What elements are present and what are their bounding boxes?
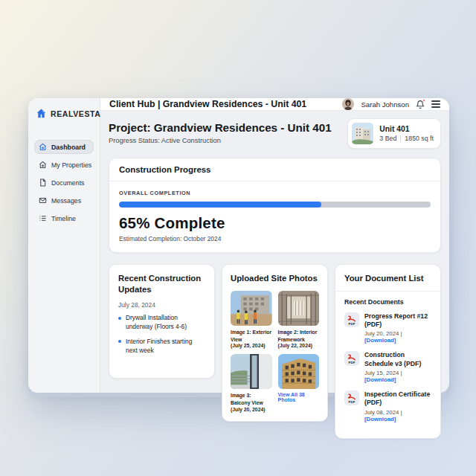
divider: | [401, 409, 402, 416]
svg-text:PDF: PDF [349, 321, 356, 325]
photo-date: (July 22, 2024) [278, 343, 320, 348]
photo-grid: Image 1: Exterior View (July 25, 2024) I… [231, 291, 319, 412]
pdf-icon: PDF [344, 390, 359, 405]
document-name: Progress Report #12 (PDF) [364, 312, 431, 329]
document-row: PDF Construction Schedule v3 (PDF) July … [344, 351, 431, 383]
unit-meta: 3 Bed 1850 sq ft [379, 135, 434, 142]
main-area: Client Hub | Grandview Residences - Unit… [100, 98, 449, 393]
card-title: Uploaded Site Photos [231, 273, 319, 284]
unit-beds: 3 Bed [379, 135, 396, 142]
bullet-icon [118, 317, 121, 320]
exterior-construction-workers-photo[interactable] [231, 291, 272, 326]
progress-percent: 65% Complete [119, 214, 431, 232]
update-item: Interior Finishes starting next week [118, 338, 205, 356]
photo-item: View All 38 Photos [278, 354, 320, 412]
download-link[interactable]: [Download] [364, 416, 396, 422]
list-icon [39, 214, 47, 222]
recent-documents-label: Recent Documents [344, 298, 431, 306]
document-row: PDF Inspection Certificate (PDF) July 08… [344, 390, 431, 422]
bullet-icon [118, 340, 121, 343]
progress-bar [119, 202, 431, 208]
document-name: Construction Schedule v3 (PDF) [364, 351, 431, 368]
document-name: Inspection Certificate (PDF) [364, 390, 431, 408]
project-status: Progress Status: Active Construction [109, 137, 332, 144]
brand-name: REALVESTA [51, 109, 100, 118]
topbar-actions: Sarah Johnson [342, 98, 440, 110]
overall-completion-label: OVERALL COMPLETION [119, 190, 431, 196]
site-photos-card: Uploaded Site Photos Image 1: Exterior V… [222, 264, 328, 422]
photo-caption: Image 3: Balcony View [231, 392, 272, 407]
construction-progress-card: Construction Progress OVERALL COMPLETION… [109, 158, 441, 253]
sidebar-item-label: Dashboard [51, 144, 86, 151]
sidebar-item-label: Messages [51, 197, 81, 205]
notifications-bell-icon[interactable] [416, 100, 425, 109]
sidebar-item-messages[interactable]: Messages [34, 193, 94, 208]
recent-updates-card: Recent Construction Updates July 28, 202… [109, 264, 215, 379]
photo-item: Image 3: Balcony View (July 20, 2024) [231, 354, 272, 412]
photo-caption: Image 2: Interior Framework [278, 329, 320, 344]
divider [400, 135, 401, 142]
menu-icon[interactable] [431, 100, 440, 108]
avatar[interactable] [342, 98, 354, 110]
progress-estimate: Estimated Completion: October 2024 [119, 235, 431, 242]
sidebar: REALVESTA Dashboard My Properties Docume… [28, 98, 100, 393]
sidebar-item-documents[interactable]: Documents [34, 176, 94, 190]
sidebar-menu: Dashboard My Properties Documents Messag… [34, 140, 94, 225]
document-meta: July 20, 2024 | [Download] [364, 330, 431, 344]
photo-item: Image 1: Exterior View (July 25, 2024) [231, 291, 272, 349]
card-title: Your Document List [344, 273, 431, 284]
card-title: Construction Progress [109, 158, 440, 181]
brand: REALVESTA [34, 108, 94, 119]
sidebar-item-label: My Properties [51, 161, 91, 169]
document-row: PDF Progress Report #12 (PDF) July 20, 2… [344, 312, 431, 344]
update-item: Drywall Installation underway (Floors 4-… [118, 314, 205, 332]
document-list-card: Your Document List Recent Documents PDF … [335, 264, 441, 439]
building-icon [39, 161, 47, 169]
content: Project: Grandview Residences - Unit 401… [100, 111, 449, 446]
project-header: Project: Grandview Residences - Unit 401… [109, 118, 441, 149]
sidebar-item-my-properties[interactable]: My Properties [34, 158, 94, 172]
svg-text:PDF: PDF [349, 399, 356, 403]
update-date: July 28, 2024 [118, 301, 205, 309]
photo-date: (July 25, 2024) [231, 343, 272, 348]
download-link[interactable]: [Download] [364, 376, 396, 383]
photo-date: (July 20, 2024) [231, 407, 272, 412]
notification-dot [422, 99, 426, 103]
timber-building-photo[interactable] [278, 354, 320, 389]
app-window: REALVESTA Dashboard My Properties Docume… [28, 98, 449, 393]
cards-row: Recent Construction Updates July 28, 202… [109, 264, 441, 439]
photo-caption: Image 1: Exterior View [231, 329, 272, 344]
progress-bar-fill [119, 202, 321, 208]
mail-icon [39, 196, 47, 205]
divider: | [401, 370, 402, 376]
unit-summary-card[interactable]: Unit 401 3 Bed 1850 sq ft [347, 118, 441, 149]
sidebar-item-label: Documents [51, 179, 85, 187]
unit-name: Unit 401 [379, 125, 434, 133]
sidebar-item-dashboard[interactable]: Dashboard [34, 140, 94, 154]
project-title: Project: Grandview Residences - Unit 401 [109, 121, 332, 134]
topbar: Client Hub | Grandview Residences - Unit… [100, 98, 449, 111]
unit-area: 1850 sq ft [405, 135, 434, 142]
svg-text:PDF: PDF [349, 361, 356, 364]
pdf-icon: PDF [344, 351, 359, 366]
photo-item: Image 2: Interior Framework (July 22, 20… [278, 291, 320, 349]
user-name: Sarah Johnson [361, 100, 409, 109]
document-meta: July 08, 2024 | [Download] [364, 409, 431, 422]
card-title: Recent Construction Updates [118, 273, 205, 295]
page-title: Client Hub | Grandview Residences - Unit… [109, 99, 306, 109]
document-meta: July 15, 2024 | [Download] [364, 370, 431, 383]
brand-logo-icon [36, 108, 47, 119]
divider: | [401, 330, 402, 337]
sidebar-item-label: Timeline [51, 215, 76, 222]
home-icon [39, 143, 47, 151]
download-link[interactable]: [Download] [364, 337, 396, 344]
pdf-icon: PDF [344, 312, 359, 327]
view-all-photos-link[interactable]: View All 38 Photos [278, 392, 320, 402]
unit-thumbnail-photo [352, 123, 373, 144]
interior-framing-photo[interactable] [278, 291, 320, 326]
balcony-photo[interactable] [231, 354, 272, 389]
file-icon [39, 178, 47, 187]
sidebar-item-timeline[interactable]: Timeline [34, 211, 94, 225]
